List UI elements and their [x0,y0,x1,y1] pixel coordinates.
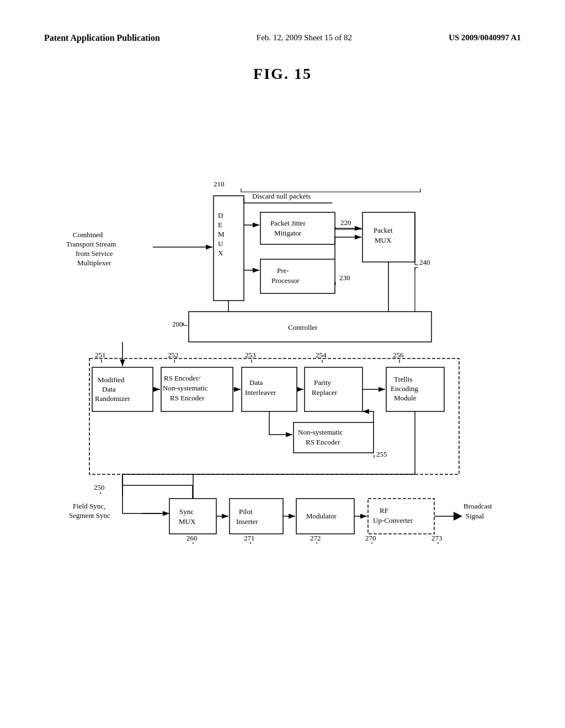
arrow-pp-pmux [335,237,361,259]
rfuc-label2: Up-Converter [373,516,413,524]
field-sync-label1: Field Sync, [73,502,105,510]
rse-label3: RS Encoder [170,394,205,402]
sync-mux-block [169,499,216,534]
demux-label-e: E [218,221,222,229]
broadcast-label1: Broadcast [463,502,492,510]
di-label2: Interleaver [245,388,276,397]
packet-jitter-label1: Packet Jitter [270,219,306,227]
combined-ts-label3: from Service [76,249,113,258]
label-230: 230 [339,274,350,282]
discard-label: Discard null packets [252,192,311,200]
mdr-label1: Modified [98,376,125,384]
label-256: 256 [393,351,404,359]
rse-label1: RS Encoder/ [164,374,200,382]
label-260: 260 [186,534,198,542]
label-240: 240 [419,258,430,266]
demux-label-m: M [218,230,225,238]
header-center: Feb. 12, 2009 Sheet 15 of 82 [257,33,352,42]
packet-mux-label1: Packet [374,226,393,234]
header-left: Patent Application Publication [44,33,160,43]
tem-label2: Encoding [391,384,418,393]
page: Patent Application Publication Feb. 12, … [0,0,565,728]
packet-jitter-label2: Mitigator [274,229,302,237]
label-271: 271 [244,534,255,542]
field-sync-label2: Segment Sync [69,511,110,520]
label-253: 253 [245,351,256,359]
label-200: 200 [172,320,183,328]
mdr-label2: Data [102,385,116,393]
diagram-svg: text { font-family: 'Times New Roman', T… [45,105,520,684]
header: Patent Application Publication Feb. 12, … [44,33,521,43]
sync-mux-label1: Sync [179,507,194,516]
label-220: 220 [340,218,351,227]
label-270: 270 [365,534,376,542]
rfuc-label1: RF [380,506,388,515]
diagram-container: text { font-family: 'Times New Roman', T… [45,105,520,684]
figure-title: FIG. 15 [44,65,521,83]
pre-processor-label1: Pre- [277,266,289,275]
mod-label: Modulator [306,512,337,520]
broadcast-label2: Signal [466,512,484,520]
pr-label2: Replacer [312,388,338,397]
header-right: US 2009/0040997 A1 [449,33,521,42]
sync-mux-label2: MUX [179,517,196,526]
tem-label3: Module [394,394,417,402]
label-210: 210 [214,180,225,188]
demux-label-d: D [218,211,223,220]
label-250: 250 [94,483,105,491]
label-252: 252 [168,351,179,359]
label-251: 251 [95,351,106,359]
pi-label1: Pilot [239,507,253,516]
label-255: 255 [376,450,387,458]
modified-data-rand-block [92,367,153,411]
nsrse-label1: Non-systematic [298,428,343,436]
rse-label2: Non-systematic [163,384,208,392]
label-272: 272 [310,534,321,542]
nsrse-label2: RS Encoder [306,438,340,446]
mdr-label3: Randomizer [95,394,130,403]
controller-label: Controller [288,323,318,331]
combined-ts-label1: Combined [73,231,103,239]
combined-ts-label2: Transport Stream [66,240,116,248]
combined-ts-label4: Multiplexer [77,259,111,267]
pre-processor-label2: Processor [271,276,300,285]
demux-label-u: U [218,239,223,248]
pilot-inserter-block [230,499,283,534]
packet-jitter-block [260,212,335,244]
label-254: 254 [316,351,327,359]
di-label1: Data [249,378,263,387]
pi-label2: Inserter [236,517,258,526]
packet-mux-label2: MUX [375,236,392,244]
line-250-down [122,474,193,485]
tem-label1: Trellis [394,375,412,383]
label-273: 273 [431,534,443,542]
broadcast-triangle [454,512,462,521]
pr-label1: Parity [314,378,332,387]
demux-label-x: X [218,249,223,257]
